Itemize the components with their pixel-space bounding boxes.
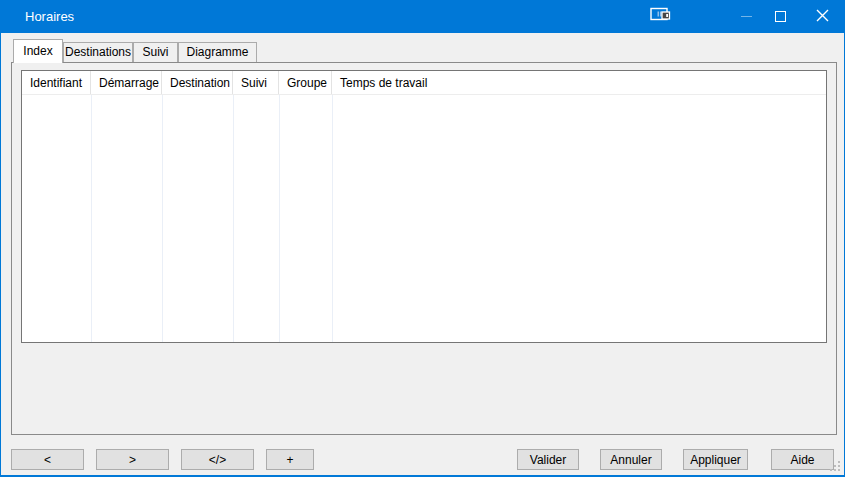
column-header-temps-de-travail[interactable]: Temps de travail bbox=[332, 71, 826, 94]
aide-button[interactable]: Aide bbox=[771, 449, 834, 470]
column-separator bbox=[279, 95, 280, 342]
minimize-icon bbox=[741, 16, 752, 17]
column-header-identifiant[interactable]: Identifiant bbox=[22, 71, 91, 94]
annuler-button[interactable]: Annuler bbox=[600, 449, 662, 470]
maximize-icon bbox=[775, 11, 786, 22]
tab-index[interactable]: Index bbox=[13, 39, 63, 63]
column-separator bbox=[162, 95, 163, 342]
resize-grip[interactable] bbox=[829, 460, 840, 471]
column-header-demarrage[interactable]: Démarrage bbox=[91, 71, 162, 94]
nav-next-button[interactable]: > bbox=[96, 449, 169, 470]
horaires-dialog: Horaires bbox=[0, 0, 845, 477]
tab-diagramme[interactable]: Diagramme bbox=[178, 42, 257, 62]
table-header: Identifiant Démarrage Destination Suivi … bbox=[22, 71, 826, 95]
column-header-destination[interactable]: Destination bbox=[162, 71, 233, 94]
nav-add-button[interactable]: + bbox=[266, 449, 314, 470]
tab-suivi[interactable]: Suivi bbox=[133, 42, 178, 62]
titlebar: Horaires bbox=[1, 0, 844, 33]
appliquer-button[interactable]: Appliquer bbox=[683, 449, 748, 470]
valider-button[interactable]: Valider bbox=[517, 449, 579, 470]
dock-window-button[interactable] bbox=[643, 0, 677, 33]
column-header-groupe[interactable]: Groupe bbox=[279, 71, 332, 94]
tab-destinations[interactable]: Destinations bbox=[63, 42, 133, 62]
window-title: Horaires bbox=[25, 0, 74, 33]
column-separator bbox=[233, 95, 234, 342]
column-separator bbox=[91, 95, 92, 342]
close-button[interactable] bbox=[803, 0, 841, 33]
table-body[interactable] bbox=[22, 95, 826, 342]
close-icon bbox=[816, 8, 829, 26]
column-separator bbox=[332, 95, 333, 342]
schedules-table: Identifiant Démarrage Destination Suivi … bbox=[21, 70, 827, 343]
dock-window-icon bbox=[650, 7, 671, 26]
nav-code-button[interactable]: </> bbox=[181, 449, 254, 470]
maximize-button[interactable] bbox=[763, 0, 797, 33]
column-header-suivi[interactable]: Suivi bbox=[233, 71, 279, 94]
nav-prev-button[interactable]: < bbox=[11, 449, 84, 470]
minimize-button bbox=[729, 0, 763, 33]
